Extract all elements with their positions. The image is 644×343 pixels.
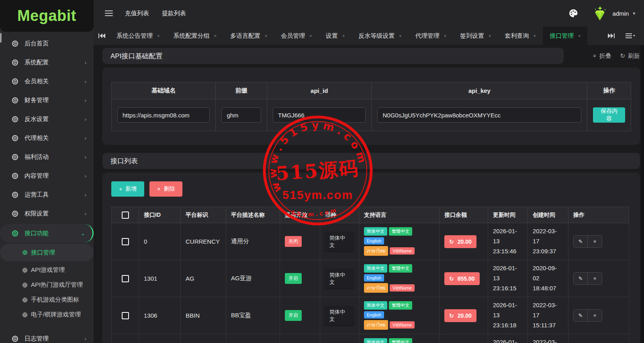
close-icon[interactable]: × [157,33,159,38]
row-checkbox[interactable] [122,275,129,282]
base-domain-input[interactable] [117,107,210,123]
circle-icon [12,78,18,84]
sidebar-item-api-functions[interactable]: 接口功能 ⌄ [0,224,94,242]
sidebar-subitem-mobile-game-icons[interactable]: 手机游戏分类图标 [0,292,94,307]
tab-arbitrage-query[interactable]: 套利查询× [498,27,543,45]
close-icon[interactable]: × [578,33,581,38]
caret-down-icon: ▾ [633,11,635,16]
circle-icon [22,250,27,255]
sidebar-subitem-api-management[interactable]: 接口管理 [0,244,94,261]
column-header: 操作 [568,207,629,223]
remove-button[interactable]: × [588,273,602,284]
api-key-input[interactable] [377,107,581,123]
column-header: 基础域名 [112,82,216,99]
prefix-input[interactable] [221,107,261,123]
close-icon[interactable]: × [534,33,536,38]
close-icon[interactable]: × [342,33,345,38]
sidebar-item-agent[interactable]: 代理相关 › [0,129,94,148]
theme-palette-icon[interactable] [568,8,578,18]
select-all-checkbox[interactable] [122,212,129,219]
nav-withdraw-list[interactable]: 提款列表 [162,10,186,17]
sidebar-item-system-config[interactable]: 系统配置 › [0,53,94,72]
sidebar-subitem-slot-card-games[interactable]: 电子/棋牌游戏管理 [0,307,94,322]
close-icon[interactable]: × [444,33,446,38]
sidebar-item-welfare[interactable]: 福利活动 › [0,148,94,166]
sidebar-item-rebate[interactable]: 反水设置 › [0,110,94,129]
balance-refresh-button[interactable]: ↻855.00 [444,272,480,285]
tab-checkin-settings[interactable]: 签到设置× [453,27,498,45]
column-header: 平台描述名称 [226,207,280,223]
circle-icon [22,268,27,273]
config-panel-title: API接口基础配置 [102,48,564,64]
status-badge: 关闭 [285,236,302,247]
sidebar-item-label: 日志管理 [25,335,85,343]
sidebar-scrollbar[interactable] [0,33,2,43]
edit-button[interactable]: ✎ [574,273,588,284]
tabs-scroll-end-icon[interactable] [603,33,619,38]
chevron-right-icon: › [85,211,86,217]
edit-button[interactable]: ✎ [574,236,588,247]
close-icon[interactable]: × [309,33,312,38]
sidebar-item-members[interactable]: 会员相关 › [0,72,94,91]
sidebar-item-label: 接口功能 [25,230,81,237]
sidebar-item-label: 内容管理 [25,172,85,180]
lang-badge: 简体中文 [364,227,387,236]
sidebar-subitem-api-games[interactable]: API游戏管理 [0,263,94,277]
sidebar-item-dashboard[interactable]: 后台首页 [0,34,94,53]
sidebar-subitem-label: API热门游戏厅管理 [31,281,83,289]
refresh-button[interactable]: ↻刷新 [620,52,640,60]
row-checkbox[interactable] [122,238,129,245]
column-header: 支持语言 [359,207,440,223]
sidebar-item-label: 福利活动 [25,153,85,161]
remove-button[interactable]: × [588,236,602,247]
user-menu[interactable]: admin [613,10,629,17]
column-header: 更新时间 [488,207,528,223]
chevron-right-icon: › [85,154,86,160]
double-chevron-down-icon: » [592,54,598,58]
row-checkbox[interactable] [122,312,129,319]
circle-icon [12,336,18,342]
tabs-scroll-start-icon[interactable] [94,33,110,38]
sidebar-item-finance[interactable]: 财务管理 › [0,91,94,110]
sidebar-item-content[interactable]: 内容管理 › [0,166,94,185]
delete-button[interactable]: ×删除 [149,181,182,197]
gem-avatar-icon[interactable] [591,5,609,21]
edit-button[interactable]: ✎ [574,310,588,321]
balance-refresh-button[interactable]: ↻20.00 [444,309,476,322]
api-id-input[interactable] [273,107,366,123]
sidebar-item-permissions[interactable]: 权限设置 › [0,204,94,223]
lang-badge: ViệtName [390,247,415,255]
circle-icon [22,283,27,288]
chevron-down-icon: ⌄ [81,230,85,236]
lang-badge: 简体中文 [364,338,387,343]
refresh-icon: ↻ [449,238,454,245]
balance-refresh-button[interactable]: ↻20.00 [444,235,476,248]
page-scrollbar-track[interactable] [641,45,644,343]
tab-settings[interactable]: 设置× [319,27,352,45]
hamburger-menu-icon[interactable] [105,9,113,18]
tab-member-management[interactable]: 会员管理× [274,27,319,45]
sidebar-subitem-label: 手机游戏分类图标 [31,296,79,304]
close-icon[interactable]: × [214,33,216,38]
remove-button[interactable]: × [588,310,602,321]
tab-config-groups[interactable]: 系统配置分组× [166,27,223,45]
close-icon[interactable]: × [489,33,491,38]
save-button[interactable]: 保存内容 [593,107,625,123]
tab-api-management[interactable]: 接口管理× [543,27,587,45]
sidebar-item-label: 会员相关 [25,78,85,85]
close-icon[interactable]: × [265,33,267,38]
close-icon[interactable]: × [399,33,401,38]
sidebar-item-operation-tools[interactable]: 运营工具 › [0,185,94,204]
tab-system-announcement[interactable]: 系统公告管理× [110,27,166,45]
sidebar-subitem-api-hot-halls[interactable]: API热门游戏厅管理 [0,277,94,292]
tabs-list-menu-icon[interactable] [622,33,638,38]
tab-rebate-levels[interactable]: 反水等级设置× [352,27,408,45]
tab-multilanguage[interactable]: 多语言配置× [223,27,274,45]
column-header: 接口ID [139,207,181,223]
collapse-button[interactable]: »折叠 [593,52,611,60]
sidebar-item-logs[interactable]: 日志管理 › [0,329,94,343]
tab-agent-management[interactable]: 代理管理× [409,27,453,45]
brand-logo[interactable]: Megabit [0,0,94,32]
nav-recharge-list[interactable]: 充值列表 [125,10,149,17]
add-button[interactable]: +新增 [111,181,144,197]
